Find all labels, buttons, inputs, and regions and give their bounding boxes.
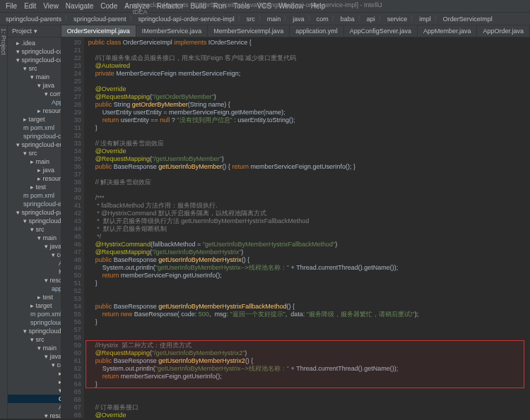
code-line[interactable] xyxy=(88,132,526,140)
crumb-item[interactable]: java xyxy=(293,16,305,23)
code-line[interactable]: /*** xyxy=(88,194,526,202)
tree-node[interactable]: ▸ resources xyxy=(8,107,61,115)
tree-node[interactable]: ▾ springcloud-config-server xyxy=(8,56,61,64)
tree-node[interactable]: springcloud-config-server.iml xyxy=(8,132,61,140)
code-line[interactable]: @Override xyxy=(88,85,526,93)
crumb-item[interactable]: springcloud-parent xyxy=(73,16,126,23)
tree-node[interactable]: MemberServiceImpl xyxy=(8,268,61,276)
tree-node[interactable]: ▸ feign xyxy=(8,378,61,386)
tree-node[interactable]: ▾ resources xyxy=(8,276,61,284)
tree-node[interactable]: ▸ target xyxy=(8,301,61,310)
code-line[interactable]: return memberServiceFeign.getUserInfo(); xyxy=(88,272,526,280)
code-line[interactable]: public String getOrderByMember(String na… xyxy=(88,101,526,109)
code-line[interactable] xyxy=(88,388,526,396)
tree-node[interactable]: ▾ src xyxy=(8,64,61,73)
code-line[interactable]: //Hystrix 第二种方式：使用类方式 xyxy=(88,342,526,349)
tree-node[interactable]: ▸ resources xyxy=(8,174,61,183)
code-line[interactable]: public BaseResponse getUserInfoByMemberH… xyxy=(88,256,526,264)
code-line[interactable]: @RequestMapping("/getOrderByMember") xyxy=(88,93,526,101)
tree-node[interactable]: m pom.xml xyxy=(8,124,61,132)
code-line[interactable]: @Override xyxy=(88,148,526,155)
tree-node[interactable]: OrderServiceImpl xyxy=(8,395,61,403)
tree-node[interactable]: ▾ resources xyxy=(8,412,61,419)
code-line[interactable]: @HystrixCommand(fallbackMethod = "getUse… xyxy=(88,241,526,248)
menu-edit[interactable]: Edit xyxy=(24,2,36,10)
code-line[interactable] xyxy=(88,287,526,295)
tree-node[interactable]: ▾ service.impl xyxy=(8,386,61,395)
tree-node[interactable]: ▸ main xyxy=(8,157,61,166)
tree-node[interactable]: ▾ springcloud-api-member-service-impl xyxy=(8,217,61,225)
tree-node[interactable]: ▾ springcloud-config-client xyxy=(8,47,61,56)
menu-view[interactable]: View xyxy=(43,2,59,10)
tree-node[interactable]: ▾ src xyxy=(8,225,61,234)
crumb-item[interactable]: api xyxy=(367,16,375,23)
tree-node[interactable]: ▾ src xyxy=(8,335,61,344)
code-line[interactable] xyxy=(88,396,526,404)
tree-node[interactable]: ▾ main xyxy=(8,234,61,242)
code-line[interactable]: // 没有解决服务雪崩效应 xyxy=(88,140,526,148)
editor-tab[interactable]: AppMember.java xyxy=(418,25,478,37)
code-line[interactable]: UserEntity userEntity = memberServiceFei… xyxy=(88,109,526,116)
tree-node[interactable]: ▸ test xyxy=(8,183,61,191)
code-line[interactable] xyxy=(88,295,526,303)
tree-node[interactable]: ▾ com.baba.api xyxy=(8,361,61,369)
menu-file[interactable]: File xyxy=(6,2,17,10)
code-line[interactable]: } xyxy=(88,124,526,132)
editor-source[interactable]: public class OrderServiceImpl implements… xyxy=(84,37,530,419)
tree-node[interactable]: AppMember xyxy=(8,259,61,268)
crumb-item[interactable]: impl xyxy=(419,16,431,23)
tree-node[interactable]: ▾ java xyxy=(8,352,61,361)
code-line[interactable]: @RequestMapping("/getUserInfoByMemberHys… xyxy=(88,349,526,357)
tree-node[interactable]: ▾ com.baba.wlb xyxy=(8,90,61,98)
code-line[interactable]: * fallbackMethod 方法作用：服务降级执行. xyxy=(88,202,526,210)
crumb-item[interactable]: main xyxy=(267,16,281,23)
code-line[interactable]: public BaseResponse getUserInfoByMember(… xyxy=(88,163,526,171)
code-line[interactable]: @Override xyxy=(88,412,526,419)
editor-tab[interactable]: MemberServiceImpl.java xyxy=(208,25,290,37)
code-line[interactable]: } xyxy=(88,280,526,287)
code-line[interactable] xyxy=(88,334,526,342)
tree-node[interactable]: springcloud-eureka-server.iml xyxy=(8,200,61,208)
tree-node[interactable]: ▾ com.baba.api.service.impl xyxy=(8,251,61,259)
code-line[interactable]: return memberServiceFeign.getUserInfo(); xyxy=(88,373,526,380)
code-line[interactable]: @RequestMapping("/getUserInfoByMemberHys… xyxy=(88,248,526,256)
code-line[interactable] xyxy=(88,78,526,85)
editor-tab[interactable]: application.yml xyxy=(290,25,344,37)
menu-code[interactable]: Code xyxy=(100,2,117,10)
code-line[interactable]: System.out.println("getUserInfoByMemberH… xyxy=(88,264,526,272)
code-line[interactable]: // 解决服务雪崩效应 xyxy=(88,179,526,186)
tree-node[interactable]: application.yml xyxy=(8,284,61,293)
tree-node[interactable]: AppConfigServer xyxy=(8,98,61,107)
tree-node[interactable]: AppOrder xyxy=(8,403,61,412)
editor-tab[interactable]: AppConfigServer.java xyxy=(344,25,418,37)
crumb-item[interactable]: baba xyxy=(341,16,355,23)
code-line[interactable]: } xyxy=(88,318,526,326)
tree-node[interactable]: ▸ .idea xyxy=(8,39,61,47)
crumb-item[interactable]: src xyxy=(247,16,255,23)
code-line[interactable]: * 默认开启服务熔断机制 xyxy=(88,225,526,233)
code-line[interactable]: public BaseResponse getUserInfoByMemberH… xyxy=(88,357,526,365)
tree-node[interactable]: ▸ java xyxy=(8,166,61,174)
menu-navigate[interactable]: Navigate xyxy=(66,2,93,10)
code-line[interactable]: return new BaseResponse( code: 500, msg:… xyxy=(88,311,526,318)
crumb-item[interactable]: OrderServiceImpl xyxy=(443,16,493,23)
code-line[interactable]: @Autowired xyxy=(88,62,526,70)
tree-node[interactable]: ▾ springcloud-api-order-service-impl xyxy=(8,327,61,335)
tree-node[interactable]: ▾ java xyxy=(8,81,61,90)
tree-node[interactable]: ▾ java xyxy=(8,242,61,251)
tree-node[interactable]: ▸ fallback xyxy=(8,369,61,378)
code-line[interactable]: * 默认开启服务降级执行方法 getUserInfoByMemberHystri… xyxy=(88,217,526,225)
tree-node[interactable]: springcloud-api-member-service-impl.iml xyxy=(8,318,61,327)
crumb-item[interactable]: springcloud-parents xyxy=(6,16,61,23)
crumb-item[interactable]: service xyxy=(387,16,408,23)
code-line[interactable] xyxy=(88,186,526,194)
tree-node[interactable]: ▸ test xyxy=(8,293,61,301)
code-line[interactable]: public class OrderServiceImpl implements… xyxy=(88,39,526,47)
tree-node[interactable]: m pom.xml xyxy=(8,310,61,318)
code-line[interactable] xyxy=(88,326,526,334)
code-line[interactable]: private MemberServiceFeign memberService… xyxy=(88,70,526,78)
tree-node[interactable]: ▾ main xyxy=(8,344,61,352)
tree-node[interactable]: m pom.xml xyxy=(8,191,61,200)
code-line[interactable]: // 订单服务接口 xyxy=(88,404,526,412)
code-line[interactable]: return userEntity == null ? "没有找到用户信息" :… xyxy=(88,116,526,124)
